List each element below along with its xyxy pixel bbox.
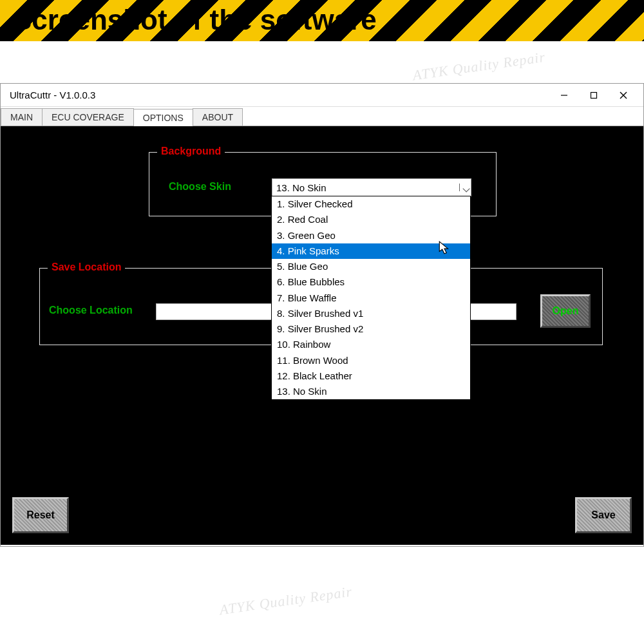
skin-option[interactable]: 8. Silver Brushed v1: [272, 306, 470, 321]
skin-option[interactable]: 1. Silver Checked: [272, 196, 470, 212]
app-window: UltraCuttr - V1.0.0.3 MAINECU COVERAGEOP…: [0, 83, 644, 547]
save-location-legend: Save Location: [48, 261, 125, 273]
tab-ecu-coverage[interactable]: ECU COVERAGE: [42, 108, 134, 126]
background-legend: Background: [157, 146, 225, 157]
skin-option[interactable]: 12. Black Leather: [272, 368, 470, 384]
open-button[interactable]: Open: [540, 294, 591, 328]
skin-dropdown-list[interactable]: 1. Silver Checked2. Red Coal3. Green Geo…: [271, 196, 471, 400]
skin-option[interactable]: 13. No Skin: [272, 384, 470, 399]
skin-option[interactable]: 2. Red Coal: [272, 212, 470, 227]
titlebar: UltraCuttr - V1.0.0.3: [1, 84, 643, 107]
choose-skin-label: Choose Skin: [169, 181, 231, 193]
skin-option[interactable]: 10. Rainbow: [272, 337, 470, 352]
skin-option[interactable]: 7. Blue Waffle: [272, 290, 470, 306]
tab-about[interactable]: ABOUT: [193, 108, 243, 126]
watermark: ATYK Quality Repair: [218, 583, 353, 619]
reset-button[interactable]: Reset: [12, 497, 69, 533]
page-caption: Screenshot of the software: [13, 4, 377, 36]
skin-option[interactable]: 11. Brown Wood: [272, 353, 470, 368]
chevron-down-icon: [459, 184, 467, 191]
skin-option[interactable]: 5. Blue Geo: [272, 259, 470, 274]
window-title: UltraCuttr - V1.0.0.3: [6, 90, 549, 100]
svg-rect-1: [591, 92, 597, 98]
skin-select[interactable]: 13. No Skin: [272, 178, 471, 196]
watermark: ATYK Quality Repair: [412, 49, 546, 84]
minimize-button[interactable]: [549, 86, 579, 105]
tab-strip: MAINECU COVERAGEOPTIONSABOUT: [1, 107, 643, 126]
save-button[interactable]: Save: [575, 497, 632, 533]
skin-select-value: 13. No Skin: [276, 182, 327, 193]
close-button[interactable]: [609, 86, 638, 105]
choose-location-label: Choose Location: [49, 305, 133, 316]
maximize-button[interactable]: [579, 86, 609, 105]
tab-main[interactable]: MAIN: [1, 108, 43, 126]
skin-option[interactable]: 6. Blue Bubbles: [272, 274, 470, 290]
tab-options[interactable]: OPTIONS: [133, 109, 193, 126]
skin-option[interactable]: 9. Silver Brushed v2: [272, 321, 470, 337]
mouse-cursor-icon: [439, 241, 450, 255]
options-panel: Background Choose Skin 13. No Skin 1. Si…: [1, 126, 643, 545]
